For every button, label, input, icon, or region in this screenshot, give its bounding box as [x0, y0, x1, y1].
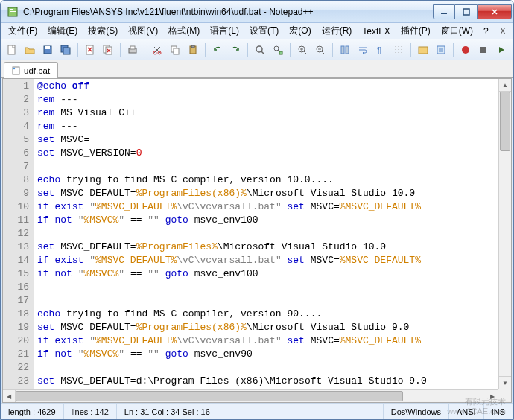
- save-all-button[interactable]: [57, 42, 74, 58]
- svg-point-22: [256, 46, 262, 52]
- app-icon: [7, 6, 19, 18]
- menu-window[interactable]: 窗口(W): [437, 23, 477, 39]
- scroll-right-button[interactable]: ▶: [486, 390, 498, 402]
- status-lines: lines : 142: [64, 404, 117, 419]
- menu-settings[interactable]: 设置(T): [245, 23, 283, 39]
- svg-rect-15: [130, 46, 135, 49]
- folder-as-workspace-button[interactable]: [415, 42, 431, 58]
- svg-rect-6: [8, 45, 15, 54]
- close-button[interactable]: [477, 4, 512, 19]
- sync-vscroll-button[interactable]: [337, 42, 353, 58]
- scroll-corner: [498, 389, 511, 402]
- svg-rect-10: [63, 48, 70, 54]
- svg-text:¶: ¶: [377, 45, 381, 54]
- scroll-down-button[interactable]: ▼: [499, 376, 511, 389]
- svg-rect-27: [341, 46, 344, 54]
- menu-macro[interactable]: 宏(O): [285, 23, 315, 39]
- toolbar: ¶: [1, 39, 513, 60]
- new-file-button[interactable]: [4, 42, 20, 58]
- menu-search[interactable]: 搜索(S): [83, 23, 122, 39]
- svg-rect-19: [174, 48, 179, 54]
- svg-rect-1: [10, 9, 13, 10]
- function-list-button[interactable]: [433, 42, 449, 58]
- wordwrap-button[interactable]: [355, 42, 371, 58]
- svg-point-35: [13, 67, 15, 69]
- menu-textfx[interactable]: TextFX: [358, 25, 394, 38]
- svg-rect-4: [441, 13, 447, 14]
- cut-button[interactable]: [149, 42, 165, 58]
- menu-help[interactable]: ?: [479, 25, 493, 38]
- menu-file[interactable]: 文件(F): [4, 23, 42, 39]
- replace-button[interactable]: [270, 42, 286, 58]
- svg-rect-30: [419, 47, 428, 54]
- svg-rect-3: [10, 13, 16, 13]
- svg-rect-21: [191, 45, 194, 48]
- print-button[interactable]: [124, 42, 141, 58]
- svg-rect-33: [480, 47, 486, 53]
- app-window: C:\Program Files\ANSYS Inc\v121\fluent\n…: [0, 0, 514, 420]
- menubar: 文件(F) 编辑(E) 搜索(S) 视图(V) 格式(M) 语言(L) 设置(T…: [1, 23, 513, 39]
- copy-button[interactable]: [167, 42, 183, 58]
- tab-label: udf.bat: [24, 66, 50, 75]
- svg-rect-28: [346, 46, 349, 54]
- paste-button[interactable]: [185, 42, 201, 58]
- status-insert-mode[interactable]: INS: [484, 404, 513, 419]
- zoom-in-button[interactable]: [294, 42, 311, 58]
- macro-play-button[interactable]: [493, 42, 510, 58]
- show-all-chars-button[interactable]: ¶: [372, 42, 389, 58]
- redo-button[interactable]: [227, 42, 244, 58]
- scroll-up-button[interactable]: ▲: [499, 79, 511, 92]
- menu-view[interactable]: 视图(V): [124, 23, 162, 39]
- tab-strip: udf.bat: [1, 60, 513, 78]
- macro-record-button[interactable]: [457, 42, 474, 58]
- menu-run[interactable]: 运行(R): [317, 23, 357, 39]
- maximize-button[interactable]: [455, 4, 477, 19]
- svg-rect-24: [279, 51, 282, 54]
- vscroll-thumb[interactable]: [500, 92, 510, 151]
- window-title: C:\Program Files\ANSYS Inc\v121\fluent\n…: [23, 7, 433, 17]
- statusbar: length : 4629 lines : 142 Ln : 31 Col : …: [1, 403, 513, 419]
- zoom-out-button[interactable]: [312, 42, 329, 58]
- scroll-left-button[interactable]: ◀: [3, 390, 16, 402]
- line-gutter: 1234567891011121314151617181920212223: [3, 79, 34, 402]
- hscroll-thumb[interactable]: [16, 391, 403, 401]
- svg-rect-8: [45, 46, 50, 49]
- status-eol[interactable]: Dos\Windows: [384, 404, 449, 419]
- close-all-button[interactable]: [100, 42, 116, 58]
- status-length: length : 4629: [1, 404, 64, 419]
- close-file-button[interactable]: [82, 42, 98, 58]
- vertical-scrollbar[interactable]: ▲ ▼: [498, 79, 511, 389]
- menu-language[interactable]: 语言(L): [206, 23, 244, 39]
- menu-plugins[interactable]: 插件(P): [396, 23, 435, 39]
- status-position: Ln : 31 Col : 34 Sel : 16: [117, 404, 384, 419]
- status-encoding[interactable]: ANSI: [449, 404, 484, 419]
- horizontal-scrollbar[interactable]: ◀ ▶: [3, 389, 498, 402]
- svg-rect-2: [10, 11, 16, 12]
- svg-rect-5: [463, 9, 469, 15]
- open-file-button[interactable]: [22, 42, 38, 58]
- find-button[interactable]: [252, 42, 268, 58]
- menu-format[interactable]: 格式(M): [164, 23, 204, 39]
- minimize-button[interactable]: [433, 4, 455, 19]
- svg-point-32: [462, 46, 469, 54]
- code-editor[interactable]: @echo offrem ---rem MS Visual C++rem ---…: [34, 79, 511, 402]
- menu-edit[interactable]: 编辑(E): [43, 23, 82, 39]
- file-icon: [12, 66, 21, 75]
- tab-active[interactable]: udf.bat: [4, 62, 58, 78]
- save-button[interactable]: [39, 42, 56, 58]
- menu-close-doc[interactable]: X: [495, 25, 510, 38]
- macro-stop-button[interactable]: [475, 42, 492, 58]
- editor-area: 1234567891011121314151617181920212223 @e…: [2, 78, 512, 403]
- indent-guide-button[interactable]: [390, 42, 407, 58]
- undo-button[interactable]: [209, 42, 226, 58]
- titlebar[interactable]: C:\Program Files\ANSYS Inc\v121\fluent\n…: [1, 1, 513, 23]
